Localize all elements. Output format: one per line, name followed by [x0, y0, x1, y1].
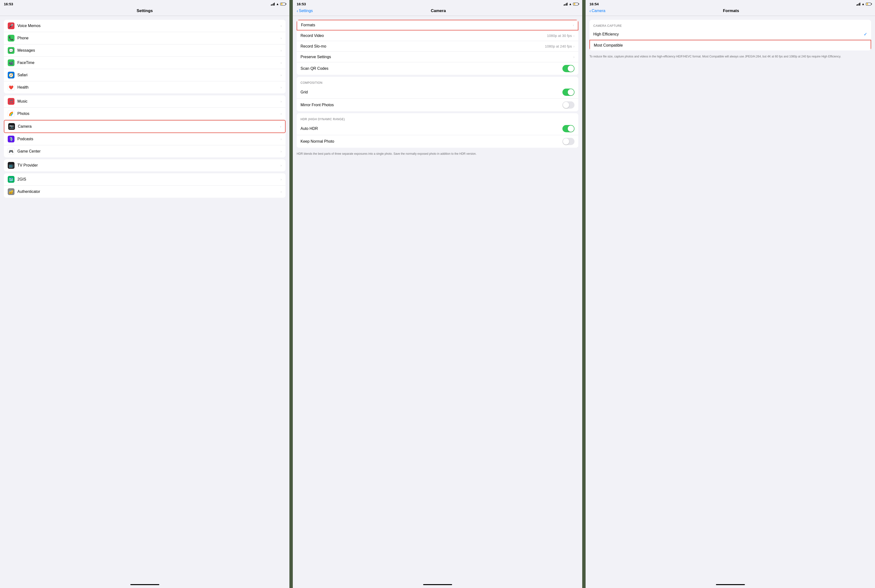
back-button-formats[interactable]: ‹ Camera [589, 9, 605, 13]
formats-row-most-compatible[interactable]: Most Compatible [589, 40, 871, 51]
chevron-voice-memos: › [280, 24, 282, 28]
camera-label: Camera [18, 124, 280, 129]
keep-normal-toggle-knob [563, 138, 569, 145]
battery-icon-1 [280, 3, 286, 6]
game-center-label: Game Center [17, 149, 280, 153]
record-video-label: Record Video [301, 33, 547, 38]
chevron-tv-provider: › [280, 164, 282, 167]
settings-row-phone[interactable]: 📞 Phone › [4, 32, 286, 44]
formats-description: To reduce file size, capture photos and … [589, 54, 871, 58]
divider-1 [289, 0, 293, 588]
settings-row-music[interactable]: 🎵 Music › [4, 95, 286, 108]
health-icon: ❤️ [8, 84, 15, 91]
wifi-icon-1: ▲ [276, 2, 279, 6]
chevron-music: › [280, 99, 282, 103]
back-button-camera[interactable]: ‹ Settings [297, 9, 313, 13]
camera-icon: 📷 [8, 123, 15, 130]
signal-icon-1 [271, 3, 275, 6]
chevron-camera: › [280, 124, 281, 128]
chevron-photos: › [280, 112, 282, 116]
camera-row-mirror-front[interactable]: Mirror Front Photos [297, 99, 578, 111]
camera-row-preserve-settings[interactable]: Preserve Settings › [297, 52, 578, 62]
chevron-facetime: › [280, 61, 282, 65]
chevron-preserve-settings: › [573, 55, 574, 59]
scan-qr-toggle[interactable] [562, 65, 574, 72]
status-bar-3: 16:54 ▲ [586, 0, 875, 7]
safari-icon: 🧭 [8, 72, 15, 78]
camera-row-record-slo-mo[interactable]: Record Slo-mo 1080p at 240 fps › [297, 41, 578, 52]
voice-memos-icon: 🎤 [8, 22, 15, 29]
camera-row-grid[interactable]: Grid [297, 86, 578, 99]
most-compatible-label: Most Compatible [594, 43, 867, 48]
formats-group: CAMERA CAPTURE High Efficiency ✓ Most Co… [589, 20, 871, 51]
formats-row-high-efficiency[interactable]: High Efficiency ✓ [589, 29, 871, 40]
formats-settings-list: CAMERA CAPTURE High Efficiency ✓ Most Co… [586, 16, 875, 582]
settings-row-tv-provider[interactable]: 📺 TV Provider › [4, 159, 286, 171]
settings-row-camera[interactable]: 📷 Camera › [4, 120, 286, 133]
chevron-podcasts: › [280, 137, 282, 141]
camera-settings-list: Formats › Record Video 1080p at 30 fps ›… [293, 16, 582, 582]
hdr-header: HDR (HIGH DYNAMIC RANGE) [297, 113, 578, 122]
back-label-formats: Camera [592, 9, 605, 13]
voice-memos-label: Voice Memos [17, 24, 280, 28]
divider-2 [582, 0, 586, 588]
photos-label: Photos [17, 111, 280, 116]
mirror-front-toggle[interactable] [562, 101, 574, 109]
facetime-icon: 📹 [8, 59, 15, 66]
keep-normal-label: Keep Normal Photo [301, 139, 562, 144]
settings-row-safari[interactable]: 🧭 Safari › [4, 69, 286, 81]
high-efficiency-label: High Efficiency [593, 32, 864, 36]
time-2: 16:53 [297, 2, 306, 6]
time-3: 16:54 [589, 2, 599, 6]
mirror-front-label: Mirror Front Photos [301, 103, 562, 107]
status-bar-1: 16:53 ▲ [0, 0, 289, 7]
settings-row-facetime[interactable]: 📹 FaceTime › [4, 57, 286, 69]
nav-bar-formats: ‹ Camera Formats [586, 7, 875, 16]
camera-group-composition: COMPOSITION Grid Mirror Front Photos [297, 77, 578, 111]
status-icons-2: ▲ [563, 2, 578, 6]
record-slo-mo-value: 1080p at 240 fps [545, 44, 572, 48]
panel-formats: 16:54 ▲ ‹ Camera Formats CAMERA CAPTURE [586, 0, 875, 588]
settings-row-podcasts[interactable]: 🎙️ Podcasts › [4, 133, 286, 145]
camera-row-formats[interactable]: Formats › [297, 20, 578, 30]
settings-row-health[interactable]: ❤️ Health › [4, 81, 286, 93]
camera-row-auto-hdr[interactable]: Auto HDR [297, 122, 578, 135]
settings-row-messages[interactable]: 💬 Messages › [4, 44, 286, 57]
home-indicator-3 [716, 584, 745, 585]
camera-group-main: Formats › Record Video 1080p at 30 fps ›… [297, 20, 578, 75]
2gis-label: 2GIS [17, 177, 280, 182]
grid-toggle[interactable] [562, 88, 574, 96]
keep-normal-toggle[interactable] [562, 138, 574, 145]
settings-group-3: 📺 TV Provider › [4, 159, 286, 171]
battery-icon-2 [573, 3, 578, 6]
authenticator-label: Authenticator [17, 189, 280, 194]
formats-label: Formats [301, 23, 573, 27]
tv-provider-label: TV Provider [17, 163, 280, 168]
settings-row-photos[interactable]: 🌈 Photos › [4, 108, 286, 120]
settings-row-game-center[interactable]: 🎮 Game Center › [4, 145, 286, 158]
camera-row-scan-qr[interactable]: Scan QR Codes [297, 62, 578, 75]
auto-hdr-toggle-knob [568, 126, 574, 132]
wifi-icon-3: ▲ [862, 2, 865, 6]
camera-row-keep-normal[interactable]: Keep Normal Photo [297, 135, 578, 148]
signal-icon-2 [563, 3, 568, 6]
settings-row-voice-memos[interactable]: 🎤 Voice Memos › [4, 20, 286, 32]
settings-row-authenticator[interactable]: 🔐 Authenticator › [4, 186, 286, 198]
phone-icon: 📞 [8, 35, 15, 42]
panel-settings: 16:53 ▲ Settings 🎤 Voice Memos › [0, 0, 289, 588]
record-slo-mo-label: Record Slo-mo [301, 44, 545, 48]
status-icons-1: ▲ [271, 2, 286, 6]
settings-group-1: 🎤 Voice Memos › 📞 Phone › 💬 Messages › 📹… [4, 20, 286, 93]
mirror-front-toggle-knob [563, 102, 569, 108]
facetime-label: FaceTime [17, 61, 280, 65]
auto-hdr-toggle[interactable] [562, 125, 574, 132]
nav-bar-camera: ‹ Settings Camera [293, 7, 582, 16]
settings-row-2gis[interactable]: 🗺️ 2GIS › [4, 173, 286, 186]
chevron-game-center: › [280, 149, 282, 153]
back-chevron-camera: ‹ [297, 9, 298, 13]
time-1: 16:53 [4, 2, 13, 6]
camera-row-record-video[interactable]: Record Video 1080p at 30 fps › [297, 30, 578, 41]
chevron-record-video: › [573, 34, 574, 38]
formats-description-container: To reduce file size, capture photos and … [586, 52, 875, 63]
chevron-record-slo-mo: › [573, 44, 574, 48]
